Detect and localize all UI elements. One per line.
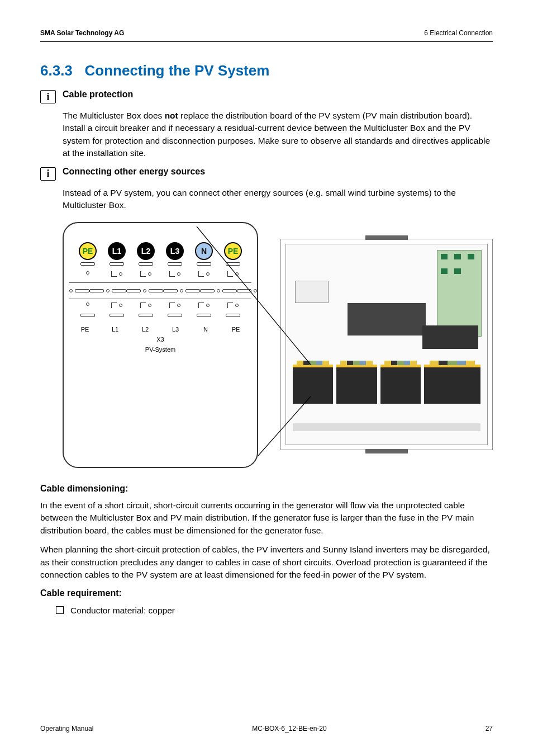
terminal-l1: L1 bbox=[108, 242, 126, 260]
info-title: Cable protection bbox=[63, 89, 493, 100]
terminal-l2: L2 bbox=[137, 242, 155, 260]
info-title: Connecting other energy sources bbox=[63, 167, 493, 177]
dimensioning-p1: In the event of a short circuit, short-c… bbox=[40, 499, 493, 537]
header-chapter: 6 Electrical Connection bbox=[424, 29, 493, 37]
dimensioning-p2: When planning the short-circuit protecti… bbox=[40, 544, 493, 581]
dimensioning-heading: Cable dimensioning: bbox=[40, 484, 493, 494]
page-header: SMA Solar Technology AG 6 Electrical Con… bbox=[40, 29, 493, 37]
info-body: Instead of a PV system, you can connect … bbox=[63, 187, 493, 212]
list-item: Conductor material: copper bbox=[56, 604, 493, 617]
info-box-other-sources: i Connecting other energy sources bbox=[40, 167, 493, 181]
svg-line-0 bbox=[197, 226, 311, 365]
footer-center: MC-BOX-6_12-BE-en-20 bbox=[252, 725, 326, 733]
requirement-heading: Cable requirement: bbox=[40, 588, 493, 598]
section-title-text: Connecting the PV System bbox=[85, 62, 270, 79]
footer-right: 27 bbox=[486, 725, 493, 733]
info-body: The Multicluster Box does not replace th… bbox=[63, 110, 493, 160]
info-icon: i bbox=[40, 90, 56, 103]
footer-left: Operating Manual bbox=[40, 725, 93, 733]
page-footer: Operating Manual MC-BOX-6_12-BE-en-20 27 bbox=[40, 725, 493, 733]
requirement-list: Conductor material: copper bbox=[56, 604, 493, 617]
header-divider bbox=[40, 41, 493, 42]
info-icon: i bbox=[40, 167, 56, 181]
section-heading: 6.3.3 Connecting the PV System bbox=[40, 62, 493, 79]
pcb-icon bbox=[437, 250, 482, 337]
terminal-pe: PE bbox=[79, 242, 97, 260]
section-number: 6.3.3 bbox=[40, 62, 73, 79]
info-box-cable-protection: i Cable protection bbox=[40, 89, 493, 104]
connection-diagram: PE L1 L2 L3 N PE bbox=[63, 222, 493, 468]
header-company: SMA Solar Technology AG bbox=[40, 29, 124, 37]
svg-line-1 bbox=[258, 396, 311, 456]
